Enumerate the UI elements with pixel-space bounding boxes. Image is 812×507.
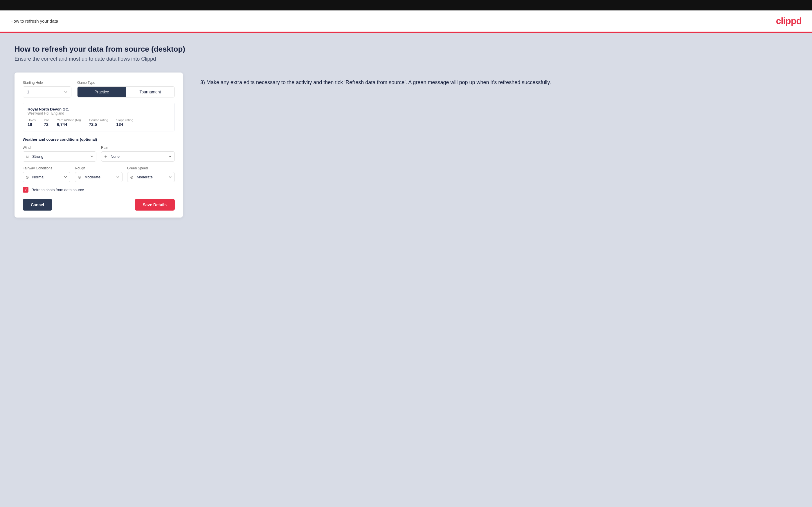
green-speed-select[interactable]: Moderate Slow Fast <box>127 172 175 182</box>
starting-hole-group: Starting Hole 1 10 <box>22 80 71 98</box>
yards-value: 6,744 <box>57 122 67 127</box>
rough-select[interactable]: Moderate Light Heavy <box>75 172 122 182</box>
header: How to refresh your data clippd <box>0 10 812 33</box>
starting-hole-label: Starting Hole <box>22 80 71 85</box>
fairway-select-wrapper: ⊙ Normal Firm Soft <box>22 172 70 182</box>
rain-label: Rain <box>101 146 175 150</box>
conditions-row-1: Wind ≋ Strong None Light Moderate Rain <box>22 146 175 162</box>
instruction-text: 3) Make any extra edits necessary to the… <box>200 78 798 87</box>
rough-label: Rough <box>75 166 122 170</box>
wind-group: Wind ≋ Strong None Light Moderate <box>22 146 96 162</box>
wind-select[interactable]: Strong None Light Moderate <box>22 152 96 162</box>
course-table: Royal North Devon GC, Westward Ho!, Engl… <box>22 103 175 131</box>
course-rating-value: 72.5 <box>89 122 97 127</box>
holes-label: Holes <box>28 118 36 122</box>
rain-select[interactable]: None Light Heavy <box>101 152 175 162</box>
starting-hole-select[interactable]: 1 10 <box>22 87 71 98</box>
stat-course-rating: Course rating 72.5 <box>89 118 108 127</box>
game-type-group: Game Type Practice Tournament <box>77 80 175 98</box>
course-stats: Holes 18 Par 72 Yards/White (M)) 6,744 C… <box>28 118 170 127</box>
fairway-label: Fairway Conditions <box>22 166 70 170</box>
instruction-panel: 3) Make any extra edits necessary to the… <box>200 72 798 87</box>
page-heading: How to refresh your data from source (de… <box>14 45 798 54</box>
holes-value: 18 <box>28 122 32 127</box>
button-row: Cancel Save Details <box>22 199 175 211</box>
conditions-title: Weather and course conditions (optional) <box>22 137 175 142</box>
game-type-label: Game Type <box>77 80 175 85</box>
wind-label: Wind <box>22 146 96 150</box>
conditions-row-2: Fairway Conditions ⊙ Normal Firm Soft Ro… <box>22 166 175 182</box>
stat-yards: Yards/White (M)) 6,744 <box>57 118 81 127</box>
form-top-row: Starting Hole 1 10 Game Type Practice To… <box>22 80 175 98</box>
save-button[interactable]: Save Details <box>135 199 175 211</box>
course-name: Royal North Devon GC, <box>28 107 170 111</box>
rough-group: Rough ⊙ Moderate Light Heavy <box>75 166 122 182</box>
form-card: Starting Hole 1 10 Game Type Practice To… <box>14 72 183 218</box>
stat-slope-rating: Slope rating 134 <box>116 118 134 127</box>
par-label: Par <box>44 118 49 122</box>
fairway-select[interactable]: Normal Firm Soft <box>22 172 70 182</box>
rain-group: Rain ✦ None Light Heavy <box>101 146 175 162</box>
logo: clippd <box>776 16 802 26</box>
course-location: Westward Ho!, England <box>28 111 170 115</box>
stat-par: Par 72 <box>44 118 49 127</box>
stat-holes: Holes 18 <box>28 118 36 127</box>
header-title: How to refresh your data <box>10 18 58 23</box>
tournament-button[interactable]: Tournament <box>126 87 174 97</box>
practice-button[interactable]: Practice <box>78 87 126 97</box>
refresh-checkbox[interactable]: ✓ <box>22 187 29 192</box>
main-content: How to refresh your data from source (de… <box>0 33 812 507</box>
green-speed-select-wrapper: ⊛ Moderate Slow Fast <box>127 172 175 182</box>
course-rating-label: Course rating <box>89 118 108 122</box>
rain-select-wrapper: ✦ None Light Heavy <box>101 152 175 162</box>
page-subheading: Ensure the correct and most up to date d… <box>14 56 798 62</box>
green-speed-group: Green Speed ⊛ Moderate Slow Fast <box>127 166 175 182</box>
cancel-button[interactable]: Cancel <box>22 199 52 211</box>
wind-select-wrapper: ≋ Strong None Light Moderate <box>22 152 96 162</box>
game-type-toggle: Practice Tournament <box>77 87 175 98</box>
refresh-label: Refresh shots from data source <box>31 188 84 192</box>
top-bar <box>0 0 812 10</box>
checkmark-icon: ✓ <box>24 188 27 192</box>
slope-rating-value: 134 <box>116 122 123 127</box>
slope-rating-label: Slope rating <box>116 118 134 122</box>
rough-select-wrapper: ⊙ Moderate Light Heavy <box>75 172 122 182</box>
fairway-group: Fairway Conditions ⊙ Normal Firm Soft <box>22 166 70 182</box>
green-speed-label: Green Speed <box>127 166 175 170</box>
par-value: 72 <box>44 122 48 127</box>
yards-label: Yards/White (M)) <box>57 118 81 122</box>
content-area: Starting Hole 1 10 Game Type Practice To… <box>14 72 798 218</box>
refresh-checkbox-row: ✓ Refresh shots from data source <box>22 187 175 192</box>
